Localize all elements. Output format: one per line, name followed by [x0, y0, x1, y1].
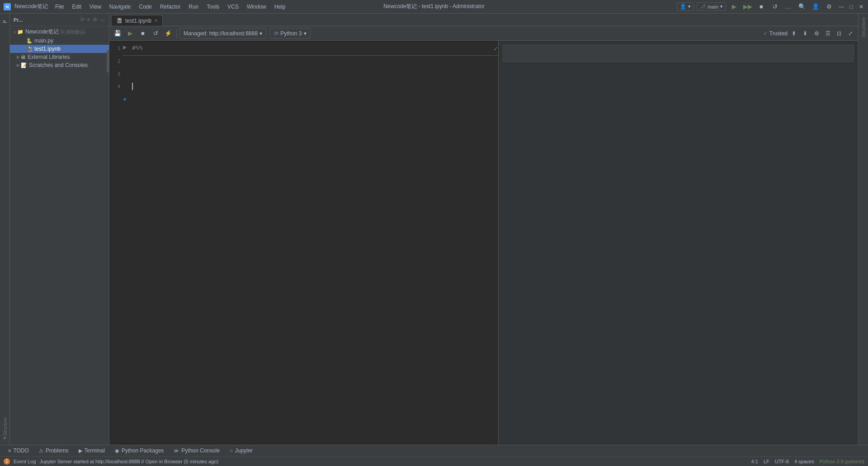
menu-view[interactable]: View: [86, 3, 105, 11]
search-button[interactable]: 🔍: [797, 1, 807, 12]
profile-button[interactable]: 👤: [810, 1, 821, 12]
close-button[interactable]: ✕: [858, 4, 864, 10]
menu-run[interactable]: Run: [185, 3, 202, 11]
nb-expand-btn[interactable]: ⤢: [845, 29, 855, 38]
root-label: Newcode笔记: [25, 28, 59, 36]
tab-python-console[interactable]: ≫ Python Console: [169, 446, 224, 456]
toolbar-stop-btn[interactable]: ■: [137, 28, 148, 39]
tab-close-icon[interactable]: ✕: [154, 18, 158, 23]
cell-number-3: 3: [109, 69, 123, 76]
settings-icon[interactable]: ⚙: [92, 16, 98, 23]
kernel-python-icon: ⟳: [274, 30, 278, 37]
tree-scratches[interactable]: ▶ 📝 Scratches and Consoles: [10, 61, 109, 69]
sync-icon[interactable]: ⟳: [80, 16, 85, 23]
run-all-button[interactable]: ▶▶: [742, 1, 753, 12]
tab-jupyter[interactable]: ○ Jupyter: [225, 446, 257, 456]
toolbar-save-btn[interactable]: 💾: [112, 28, 123, 39]
output-content: [502, 44, 854, 62]
window-title: Newcode笔记 - test1.ipynb - Administrator: [383, 3, 484, 10]
server-dropdown[interactable]: Managed: http://localhost:8888 ▾: [179, 28, 266, 39]
menu-code[interactable]: Code: [135, 3, 156, 11]
nb-down-btn[interactable]: ⬇: [800, 29, 810, 38]
notification-count: 1: [5, 459, 8, 464]
ext-libs-arrow: ▶: [15, 55, 21, 59]
menu-navigate[interactable]: Navigate: [106, 3, 134, 11]
notebook-tab-test1[interactable]: 📓 test1.ipynb ✕: [111, 15, 163, 26]
menu-file[interactable]: File: [52, 3, 67, 11]
terminal-icon: ▶: [79, 448, 82, 454]
cell-number-1: 1: [109, 43, 123, 51]
cell-row-1: 1 ▶ #%% ✓: [109, 43, 498, 55]
notebook-toolbar: 💾 ▶ ■ ↺ ⚡ Managed: http://localhost:8888…: [109, 26, 858, 41]
test1-icon: 📓: [26, 46, 33, 52]
menu-tools[interactable]: Tools: [203, 3, 223, 11]
user-arrow: ▾: [688, 4, 691, 10]
user-icon: 👤: [680, 4, 686, 10]
run-button[interactable]: ▶: [729, 1, 740, 12]
tab-problems[interactable]: ⚠ Problems: [34, 446, 73, 456]
event-log-label[interactable]: Event Log: [14, 459, 36, 464]
nb-list-btn[interactable]: ☰: [823, 29, 833, 38]
restart-button[interactable]: ↺: [769, 1, 780, 12]
project-tree: ▾ 📁 Newcode笔记 D:\系统默认\ 🐍 main.py 📓 test1…: [10, 26, 109, 445]
menu-help[interactable]: Help: [271, 3, 289, 11]
menu-vcs[interactable]: VCS: [224, 3, 242, 11]
project-header-icons: ⟳ ≡ ⚙ —: [80, 16, 105, 23]
menu-edit[interactable]: Edit: [68, 3, 85, 11]
settings-button[interactable]: ⚙: [824, 1, 835, 12]
hide-panel-icon[interactable]: —: [99, 16, 105, 23]
tab-python-packages[interactable]: ◉ Python Packages: [110, 446, 168, 456]
nb-split-btn[interactable]: ⊡: [834, 29, 844, 38]
branch-button[interactable]: ⎇ main ▾: [697, 2, 726, 11]
user-button[interactable]: 👤 ▾: [677, 2, 694, 11]
sidebar-project-icon[interactable]: P: [0, 17, 9, 26]
toolbar-sep1: [176, 29, 177, 38]
status-event-log-icon: 1: [4, 458, 10, 465]
scratches-arrow: ▶: [15, 63, 21, 67]
python-console-label: Python Console: [181, 447, 220, 454]
cells-area: 1 ▶ #%% ✓ 2 3: [109, 41, 498, 445]
nb-settings-btn[interactable]: ⚙: [811, 29, 821, 38]
tab-notebook-icon: 📓: [116, 18, 123, 24]
tree-main-py[interactable]: 🐍 main.py: [10, 37, 109, 45]
sidebar-structure-icon[interactable]: Structure: [0, 422, 9, 431]
main-layout: P Structure ★ Pr... ⟳ ≡ ⚙ — ▾ 📁 Newcode笔…: [0, 14, 868, 445]
maximize-button[interactable]: □: [848, 4, 854, 10]
minimize-button[interactable]: —: [838, 4, 844, 10]
todo-label: TODO: [13, 447, 28, 454]
cell-content-2[interactable]: [130, 57, 498, 67]
sidebar-favorites-icon[interactable]: ★: [0, 434, 9, 443]
toolbar-run-all-btn[interactable]: ⚡: [163, 28, 174, 39]
stop-button[interactable]: ■: [756, 1, 767, 12]
server-arrow: ▾: [259, 30, 262, 37]
trusted-badge: ✓ Trusted: [763, 30, 788, 37]
indent-setting: 4 spaces: [794, 459, 814, 464]
toolbar-run-cell-btn[interactable]: ▶: [125, 28, 136, 39]
branch-name: main: [708, 4, 718, 10]
app-label: Newcode笔记: [14, 3, 48, 10]
cell-content-4[interactable]: [130, 82, 498, 93]
main-py-label: main.py: [34, 38, 53, 44]
more-button[interactable]: …: [783, 1, 794, 12]
menu-window[interactable]: Window: [243, 3, 270, 11]
branch-icon: ⎇: [700, 4, 706, 10]
tab-todo[interactable]: ≡ TODO: [4, 446, 33, 456]
structure-label[interactable]: Structure: [861, 17, 866, 38]
kernel-dropdown[interactable]: ⟳ Python 3 ▾: [270, 28, 310, 39]
tree-external-libs[interactable]: ▶ 🏛 External Libraries: [10, 53, 109, 61]
collapse-icon[interactable]: ≡: [87, 16, 90, 23]
nb-up-btn[interactable]: ⬆: [789, 29, 799, 38]
add-cell-row[interactable]: +: [109, 94, 498, 105]
cell-run-btn-1[interactable]: ▶: [123, 43, 130, 50]
toolbar-restart-btn[interactable]: ↺: [150, 28, 161, 39]
kernel-arrow: ▾: [304, 30, 307, 37]
tab-terminal[interactable]: ▶ Terminal: [74, 446, 109, 456]
tree-test1-ipynb[interactable]: 📓 test1.ipynb: [10, 45, 109, 53]
ext-libs-label: External Libraries: [28, 54, 70, 60]
server-label: Managed: http://localhost:8888: [184, 30, 258, 37]
cell-content-3[interactable]: [130, 69, 498, 80]
cell-check-1: ✓: [493, 43, 498, 52]
tree-root[interactable]: ▾ 📁 Newcode笔记 D:\系统默认\: [10, 27, 109, 37]
cell-content-1[interactable]: #%%: [130, 43, 491, 54]
menu-refactor[interactable]: Refactor: [156, 3, 184, 11]
